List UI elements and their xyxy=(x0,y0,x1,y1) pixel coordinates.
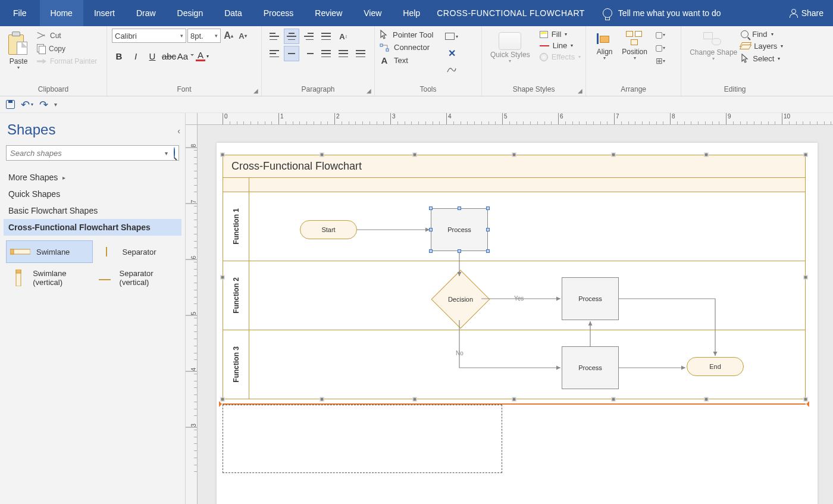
container-selection-handle[interactable] xyxy=(221,153,225,157)
font-dialog-launcher[interactable]: ◢ xyxy=(252,87,259,94)
align-button[interactable]: Align ▾ xyxy=(591,29,618,62)
font-size-combo[interactable]: 8pt.▾ xyxy=(187,29,221,43)
flowchart-title[interactable]: Cross-Functional Flowchart xyxy=(223,155,806,178)
tab-data[interactable]: Data xyxy=(214,0,253,26)
redo-button[interactable]: ↷ xyxy=(39,98,48,111)
bold-button[interactable]: B xyxy=(112,49,126,63)
shape-process-3[interactable]: Process xyxy=(562,346,619,389)
effects-button[interactable]: Effects▾ xyxy=(540,52,581,61)
tab-design[interactable]: Design xyxy=(167,0,214,26)
canvas[interactable]: 012345678910 876543 Cross-Functional Flo… xyxy=(186,113,833,504)
copy-button[interactable]: Copy xyxy=(37,44,97,54)
selection-handle[interactable] xyxy=(458,206,461,210)
shape-process-1[interactable]: Process xyxy=(431,208,488,251)
container-selection-handle[interactable] xyxy=(320,397,324,402)
increase-indent-button[interactable] xyxy=(353,46,368,61)
bring-forward-button[interactable]: ▢▾ xyxy=(654,29,666,40)
container-selection-handle[interactable] xyxy=(704,397,709,402)
connector-tool-button[interactable]: Connector xyxy=(380,43,433,52)
pointer-tool-button[interactable]: Pointer Tool xyxy=(380,30,433,39)
container-selection-handle[interactable] xyxy=(704,153,709,157)
shape-search[interactable]: ▾ xyxy=(6,145,179,161)
shape-start[interactable]: Start xyxy=(300,220,357,239)
underline-button[interactable]: U xyxy=(145,49,159,63)
tab-process[interactable]: Process xyxy=(253,0,305,26)
send-backward-button[interactable]: ▢▾ xyxy=(654,42,666,54)
collapse-panel-button[interactable]: ‹ xyxy=(177,126,180,136)
ink-tool-button[interactable] xyxy=(444,63,459,76)
shape-decision[interactable]: Decision xyxy=(440,278,481,320)
container-selection-handle[interactable] xyxy=(221,397,225,402)
stencil-separator-vertical[interactable]: Separator (vertical) xyxy=(93,265,180,290)
tab-help[interactable]: Help xyxy=(392,0,431,26)
selection-handle[interactable] xyxy=(429,206,433,210)
category-basic-flowchart[interactable]: Basic Flowchart Shapes xyxy=(4,202,181,219)
stencil-separator[interactable]: Separator xyxy=(93,240,180,263)
cut-button[interactable]: Cut xyxy=(37,31,97,40)
container-selection-handle[interactable] xyxy=(413,153,417,157)
bullets-button[interactable] xyxy=(318,29,334,44)
change-case-button[interactable]: Aa xyxy=(178,49,193,63)
stencil-swimlane-vertical[interactable]: Swimlane (vertical) xyxy=(6,265,93,290)
tab-draw[interactable]: Draw xyxy=(126,0,167,26)
category-quick-shapes[interactable]: Quick Shapes xyxy=(4,186,181,202)
align-center-button[interactable] xyxy=(284,46,299,61)
tab-insert[interactable]: Insert xyxy=(83,0,126,26)
paragraph-dialog-launcher[interactable]: ◢ xyxy=(365,87,372,94)
align-top-right-button[interactable] xyxy=(301,29,317,44)
container-selection-handle[interactable] xyxy=(611,153,615,157)
container-selection-handle[interactable] xyxy=(413,397,417,402)
container-selection-handle[interactable] xyxy=(221,275,225,279)
stencil-swimlane[interactable]: Swimlane xyxy=(6,240,93,263)
save-button[interactable] xyxy=(6,100,15,109)
tab-view[interactable]: View xyxy=(353,0,392,26)
selection-handle[interactable] xyxy=(458,249,461,253)
shape-end[interactable]: End xyxy=(687,357,744,376)
category-cross-functional[interactable]: Cross-Functional Flowchart Shapes xyxy=(4,219,181,236)
tab-review[interactable]: Review xyxy=(304,0,353,26)
category-more-shapes[interactable]: More Shapes▸ xyxy=(4,169,181,186)
search-dropdown-button[interactable]: ▾ xyxy=(162,150,170,156)
align-right-button[interactable] xyxy=(301,46,317,61)
selection-handle[interactable] xyxy=(429,228,433,231)
connection-point-button[interactable]: ✕ xyxy=(444,46,459,60)
align-left-button[interactable] xyxy=(267,46,282,61)
strikethrough-button[interactable]: abc xyxy=(162,49,176,63)
text-tool-button[interactable]: AText xyxy=(380,55,433,65)
shape-process-2[interactable]: Process xyxy=(562,277,619,320)
tab-file[interactable]: File xyxy=(0,0,40,26)
tab-home[interactable]: Home xyxy=(40,0,83,26)
share-button[interactable]: Share xyxy=(781,0,833,26)
edge-label-no[interactable]: No xyxy=(455,350,465,356)
rectangle-tool-button[interactable]: ▾ xyxy=(444,30,459,43)
font-name-combo[interactable]: Calibri▾ xyxy=(112,29,186,43)
text-direction-button[interactable]: A↕ xyxy=(336,29,351,44)
qat-customize-button[interactable]: ▾ xyxy=(54,101,57,108)
container-selection-handle[interactable] xyxy=(804,275,808,279)
change-shape-button[interactable]: Change Shape ▾ xyxy=(686,29,741,62)
search-icon[interactable] xyxy=(170,148,178,158)
italic-button[interactable]: I xyxy=(129,49,143,63)
justify-button[interactable] xyxy=(318,46,334,61)
container-selection-handle[interactable] xyxy=(512,397,516,402)
line-button[interactable]: Line▾ xyxy=(540,41,581,50)
paste-button[interactable]: Paste ▾ xyxy=(5,29,32,71)
format-painter-button[interactable]: Format Painter xyxy=(37,57,97,65)
layers-button[interactable]: Layers▾ xyxy=(741,42,783,51)
increase-font-button[interactable]: A▴ xyxy=(222,29,235,43)
selection-handle[interactable] xyxy=(486,206,490,210)
shape-styles-dialog-launcher[interactable]: ◢ xyxy=(577,87,584,94)
fill-button[interactable]: Fill▾ xyxy=(540,30,581,39)
tell-me-search[interactable]: Tell me what you want to do xyxy=(603,0,721,26)
font-color-button[interactable]: A▾ xyxy=(195,49,209,63)
selection-handle[interactable] xyxy=(486,228,490,231)
align-top-center-button[interactable] xyxy=(284,29,299,44)
decrease-font-button[interactable]: A▾ xyxy=(236,29,249,43)
edge-label-yes[interactable]: Yes xyxy=(513,295,525,302)
selection-handle[interactable] xyxy=(429,249,433,253)
position-button[interactable]: Position ▾ xyxy=(618,29,651,62)
container-selection-handle[interactable] xyxy=(611,397,615,402)
container-selection-handle[interactable] xyxy=(512,153,516,157)
drawing-page[interactable]: Cross-Functional Flowchart Function 1 Fu… xyxy=(217,143,818,504)
shape-search-input[interactable] xyxy=(7,149,162,158)
